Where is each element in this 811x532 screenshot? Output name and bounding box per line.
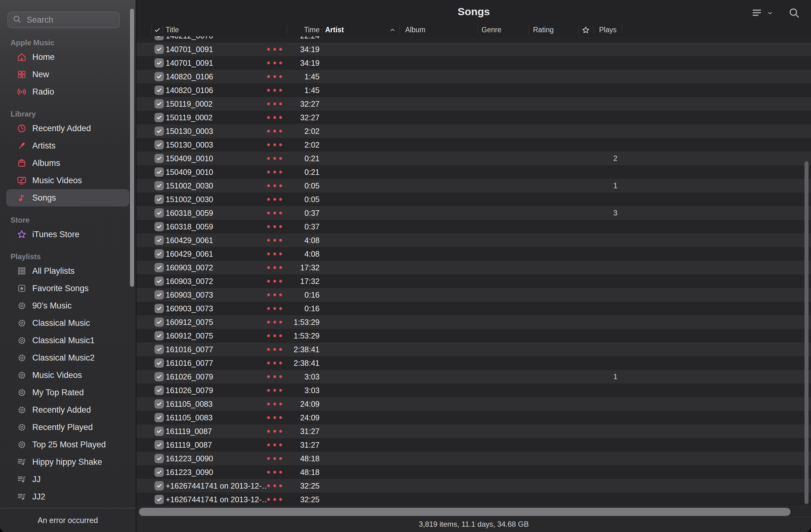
sidebar-item-music-videos[interactable]: Music Videos bbox=[6, 172, 129, 189]
table-row[interactable]: 161105_0083 24:09 bbox=[137, 397, 811, 411]
row-checkbox[interactable] bbox=[154, 208, 164, 218]
search-box[interactable] bbox=[7, 12, 120, 28]
horizontal-scrollbar-thumb[interactable] bbox=[139, 508, 791, 516]
row-checkbox[interactable] bbox=[154, 454, 164, 463]
row-checkbox[interactable] bbox=[154, 126, 164, 136]
row-checkbox[interactable] bbox=[154, 222, 164, 231]
sidebar-item-radio[interactable]: Radio bbox=[6, 83, 129, 100]
table-row[interactable]: 160903_0073 0:16 bbox=[137, 288, 811, 302]
table-row[interactable]: 161105_0083 24:09 bbox=[137, 411, 811, 424]
row-checkbox[interactable] bbox=[154, 468, 164, 477]
column-header-rating[interactable]: Rating bbox=[533, 23, 553, 36]
row-checkbox[interactable] bbox=[154, 113, 164, 122]
sidebar-item-favorite-songs[interactable]: Favorite Songs bbox=[6, 280, 129, 297]
column-header-title[interactable]: Title bbox=[166, 23, 179, 36]
row-checkbox[interactable] bbox=[154, 154, 164, 163]
table-row[interactable]: 151002_0030 0:05 1 bbox=[137, 179, 811, 192]
sidebar-item-hippy-hippy-shake[interactable]: Hippy hippy Shake bbox=[6, 453, 129, 471]
row-checkbox[interactable] bbox=[154, 290, 164, 299]
table-row[interactable]: 140820_0106 1:45 bbox=[137, 70, 811, 83]
table-row[interactable]: 161119_0087 31:27 bbox=[137, 424, 811, 438]
row-checkbox[interactable] bbox=[154, 331, 164, 340]
sidebar-item-classical-music[interactable]: Classical Music bbox=[6, 314, 129, 332]
row-checkbox[interactable] bbox=[154, 168, 164, 177]
sidebar-item-itunes-store[interactable]: iTunes Store bbox=[6, 226, 129, 243]
sidebar-item-top-25-most-played[interactable]: Top 25 Most Played bbox=[6, 436, 129, 453]
column-header-genre[interactable]: Genre bbox=[481, 23, 501, 36]
row-checkbox[interactable] bbox=[154, 413, 164, 422]
table-row[interactable]: 150409_0010 0:21 2 bbox=[137, 152, 811, 165]
row-checkbox[interactable] bbox=[154, 372, 164, 381]
row-checkbox[interactable] bbox=[154, 277, 164, 286]
table-row[interactable]: 150130_0003 2:02 bbox=[137, 138, 811, 152]
sidebar-item-jj2[interactable]: JJ2 bbox=[6, 488, 129, 505]
table-row[interactable]: 161026_0079 3:03 1 bbox=[137, 370, 811, 384]
row-checkbox[interactable] bbox=[154, 317, 164, 327]
sidebar-item-home[interactable]: Home bbox=[6, 48, 129, 66]
search-button[interactable] bbox=[788, 7, 800, 20]
row-checkbox[interactable] bbox=[154, 36, 164, 40]
search-input[interactable] bbox=[26, 15, 115, 25]
row-checkbox[interactable] bbox=[154, 181, 164, 190]
sidebar-item-jj[interactable]: JJ bbox=[6, 471, 129, 488]
table-row[interactable]: 150409_0010 0:21 bbox=[137, 165, 811, 179]
row-checkbox[interactable] bbox=[154, 481, 164, 490]
table-row[interactable]: 161016_0077 2:38:41 bbox=[137, 343, 811, 356]
column-header-artist[interactable]: Artist bbox=[325, 23, 344, 36]
row-checkbox[interactable] bbox=[154, 58, 164, 67]
column-header-plays[interactable]: Plays bbox=[599, 23, 616, 36]
row-checkbox[interactable] bbox=[154, 358, 164, 368]
table-row[interactable]: 140820_0106 1:45 bbox=[137, 83, 811, 97]
row-checkbox[interactable] bbox=[154, 45, 164, 54]
table-row[interactable]: 160429_0061 4:08 bbox=[137, 247, 811, 261]
table-row[interactable]: 160912_0075 1:53:29 bbox=[137, 315, 811, 329]
row-checkbox[interactable] bbox=[154, 386, 164, 395]
table-row[interactable]: 161016_0077 2:38:41 bbox=[137, 356, 811, 370]
vertical-scrollbar-thumb[interactable] bbox=[805, 161, 809, 504]
horizontal-scrollbar-track[interactable] bbox=[137, 506, 811, 517]
table-row[interactable]: 161026_0079 3:03 bbox=[137, 384, 811, 397]
sidebar-item-my-top-rated[interactable]: My Top Rated bbox=[6, 384, 129, 401]
row-checkbox[interactable] bbox=[154, 345, 164, 354]
sidebar-scrollbar[interactable] bbox=[130, 9, 134, 287]
row-checkbox[interactable] bbox=[154, 304, 164, 313]
table-row[interactable]: 160429_0061 4:08 bbox=[137, 233, 811, 247]
sidebar-item-classical-music2[interactable]: Classical Music2 bbox=[6, 349, 129, 366]
row-checkbox[interactable] bbox=[154, 140, 164, 150]
sidebar-item-classical-music1[interactable]: Classical Music1 bbox=[6, 332, 129, 349]
table-row[interactable]: 160318_0059 0:37 3 bbox=[137, 206, 811, 220]
table-row[interactable]: 161119_0087 31:27 bbox=[137, 438, 811, 452]
sidebar-item-albums[interactable]: Albums bbox=[6, 154, 129, 172]
row-checkbox[interactable] bbox=[154, 85, 164, 95]
column-header-time[interactable]: Time bbox=[287, 23, 320, 36]
table-row[interactable]: 150119_0002 32:27 bbox=[137, 97, 811, 111]
row-checkbox[interactable] bbox=[154, 427, 164, 436]
row-checkbox[interactable] bbox=[154, 195, 164, 204]
row-checkbox[interactable] bbox=[154, 72, 164, 81]
table-row[interactable]: 151002_0030 0:05 bbox=[137, 192, 811, 206]
row-checkbox[interactable] bbox=[154, 495, 164, 504]
sidebar-item-90-s-music[interactable]: 90’s Music bbox=[6, 297, 129, 314]
row-checkbox[interactable] bbox=[154, 399, 164, 409]
sidebar-item-recently-added[interactable]: Recently Added bbox=[6, 120, 129, 137]
row-checkbox[interactable] bbox=[154, 263, 164, 272]
sidebar-item-new[interactable]: New bbox=[6, 66, 129, 83]
row-checkbox[interactable] bbox=[154, 236, 164, 245]
sidebar-item-songs[interactable]: Songs bbox=[6, 189, 129, 206]
column-header-album[interactable]: Album bbox=[405, 23, 425, 36]
checkmark-column-icon[interactable] bbox=[154, 23, 161, 36]
sidebar-item-recently-added[interactable]: Recently Added bbox=[6, 401, 129, 419]
table-row[interactable]: 140701_0091 34:19 bbox=[137, 43, 811, 56]
row-checkbox[interactable] bbox=[154, 440, 164, 450]
sidebar-item-recently-played[interactable]: Recently Played bbox=[6, 419, 129, 436]
table-row[interactable]: +16267441741 on 2013-12-… 32:25 bbox=[137, 492, 811, 506]
table-row[interactable]: 140212_0070 22:24 bbox=[137, 36, 811, 43]
table-row[interactable]: 160903_0072 17:32 bbox=[137, 261, 811, 275]
sort-filter-button[interactable] bbox=[751, 6, 774, 21]
sidebar-item-all-playlists[interactable]: All Playlists bbox=[6, 262, 129, 280]
table-row[interactable]: 160318_0059 0:37 bbox=[137, 220, 811, 233]
table-row[interactable]: 161223_0090 48:18 bbox=[137, 465, 811, 479]
table-row[interactable]: 160912_0075 1:53:29 bbox=[137, 329, 811, 343]
table-row[interactable]: 160903_0073 0:16 bbox=[137, 302, 811, 315]
row-checkbox[interactable] bbox=[154, 99, 164, 109]
